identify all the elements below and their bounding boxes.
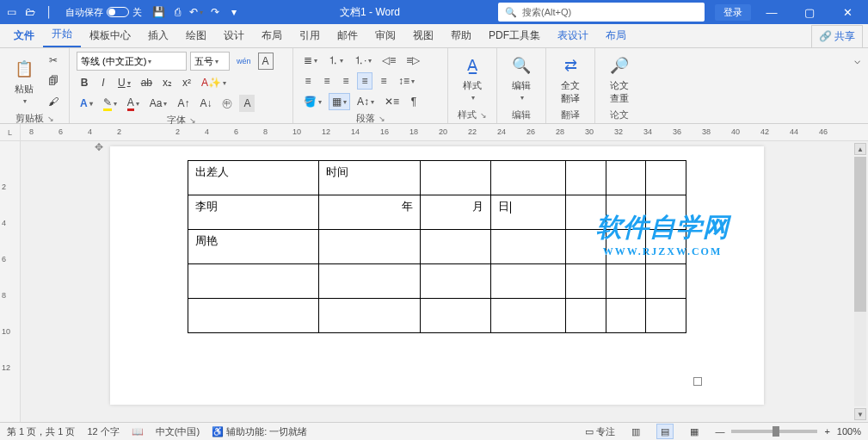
zoom-value[interactable]: 100% [837,426,861,437]
document-scroll[interactable]: ✥ 出差人 时间 李明 年 月 日 [21,141,853,422]
tab-file[interactable]: 文件 [5,24,43,47]
page-status[interactable]: 第 1 页，共 1 页 [7,425,75,438]
cell[interactable] [188,264,319,299]
word-count[interactable]: 12 个字 [87,425,119,438]
papers-button[interactable]: 🔎 论文 查重 [602,52,637,107]
char-border-button[interactable]: A [258,53,274,70]
multilevel-button[interactable]: ⒈·▾ [350,52,375,69]
sort-button[interactable]: A↕▾ [354,93,378,110]
cell[interactable] [606,299,645,333]
align-justify-button[interactable]: ≡ [357,72,372,90]
toggle-icon[interactable] [107,7,129,17]
redo-icon[interactable]: ↷ [207,4,223,20]
undo-icon[interactable]: ↶▾ [188,4,204,20]
table[interactable]: 出差人 时间 李明 年 月 日 [188,160,686,333]
vertical-ruler[interactable]: 24681012 [0,141,21,422]
cell[interactable] [490,161,565,195]
cell[interactable] [646,230,686,264]
tab-references[interactable]: 引用 [291,24,329,47]
zoom-out-button[interactable]: — [715,426,724,437]
horizontal-ruler[interactable]: 8642246810121416182022242628303234363840… [21,124,868,141]
shading-button[interactable]: 🪣▾ [300,93,325,110]
bullets-button[interactable]: ≣▾ [300,52,321,69]
cell[interactable] [420,299,490,333]
cell[interactable] [606,230,645,264]
minimize-button[interactable]: — [754,0,789,24]
cell[interactable] [646,299,686,333]
text-effects-button[interactable]: A✨▾ [198,74,230,91]
align-center-button[interactable]: ≡ [319,72,335,90]
cut-button[interactable]: ✂ [45,52,62,69]
scroll-up-button[interactable]: ▲ [854,143,866,155]
cell[interactable] [420,264,490,299]
tab-home[interactable]: 开始 [43,22,81,47]
table-resize-handle[interactable] [693,377,702,386]
tab-table-design[interactable]: 表设计 [549,24,597,47]
inc-indent-button[interactable]: ≡▷ [403,52,423,69]
subscript-button[interactable]: x₂ [159,74,175,91]
line-spacing-button[interactable]: ↕≡▾ [395,72,418,90]
cell[interactable] [420,161,490,195]
tab-review[interactable]: 审阅 [366,24,404,47]
cell[interactable] [566,299,606,333]
text-outline-button[interactable]: A▾ [77,95,96,112]
ribbon-collapse-button[interactable]: ⌵ [849,52,865,69]
tab-design[interactable]: 设计 [215,24,253,47]
autosave-toggle[interactable]: 自动保存 关 [65,6,142,19]
font-name-combo[interactable]: 等线 (中文正文)▾ [77,52,187,71]
shrink-font-button[interactable]: A↓ [196,95,215,112]
cell[interactable] [188,299,319,333]
vertical-scrollbar[interactable]: ▲ ▼ [853,141,868,422]
borders-button[interactable]: ▦▾ [329,93,350,110]
search-input[interactable]: 🔍 搜索(Alt+Q) [498,3,705,22]
cell[interactable]: 周艳 [188,230,319,264]
cell[interactable] [319,299,420,333]
tab-mailings[interactable]: 邮件 [329,24,366,47]
open-icon[interactable]: 🗁 [22,4,38,20]
cell[interactable] [566,264,606,299]
font-size-combo[interactable]: 五号▾ [190,52,230,71]
cell[interactable] [606,161,645,195]
tab-layout[interactable]: 布局 [253,24,291,47]
accessibility-status[interactable]: ♿ 辅助功能: 一切就绪 [212,425,307,438]
copy-button[interactable]: 🗐 [45,72,62,90]
maximize-button[interactable]: ▢ [792,0,827,24]
clipboard-launcher[interactable]: ↘ [47,115,54,123]
cell[interactable] [566,161,606,195]
cell[interactable] [420,230,490,264]
tab-table-layout[interactable]: 布局 [597,24,635,47]
numbering-button[interactable]: ⒈▾ [324,52,347,69]
share-button[interactable]: 🔗 共享 [811,25,863,47]
paragraph-launcher[interactable]: ↘ [379,115,385,123]
tab-insert[interactable]: 插入 [139,24,177,47]
print-icon[interactable]: ⎙ [169,4,185,20]
scroll-track[interactable] [854,157,866,406]
cell[interactable] [646,161,686,195]
paste-button[interactable]: 📋 粘贴 ▾ [7,55,41,107]
cell[interactable] [566,230,606,264]
char-shading-button[interactable]: A [239,95,255,112]
close-button[interactable]: ✕ [830,0,865,24]
cell[interactable]: 年 [319,195,420,230]
cell[interactable] [490,264,565,299]
new-doc-icon[interactable]: ▭ [3,4,19,20]
save-icon[interactable]: 💾 [151,4,166,20]
styles-launcher[interactable]: ↘ [480,111,487,120]
cell[interactable] [319,230,420,264]
cell[interactable]: 日 [490,195,565,230]
show-marks-button[interactable]: ¶ [406,93,422,110]
format-painter-button[interactable]: 🖌 [45,93,62,110]
phonetic-button[interactable]: wén [233,53,255,70]
highlight-button[interactable]: ✎▾ [100,95,120,112]
dec-indent-button[interactable]: ◁≡ [379,52,399,69]
enclosed-char-button[interactable]: ㊥ [219,95,236,112]
superscript-button[interactable]: x² [179,74,194,91]
cell[interactable] [319,264,420,299]
tab-view[interactable]: 视图 [404,24,442,47]
text-direction-button[interactable]: ✕≡ [381,93,403,110]
cell[interactable] [490,299,565,333]
tab-template[interactable]: 模板中心 [81,24,139,47]
scroll-down-button[interactable]: ▼ [854,408,866,420]
login-button[interactable]: 登录 [715,4,751,21]
cell[interactable] [646,195,686,230]
